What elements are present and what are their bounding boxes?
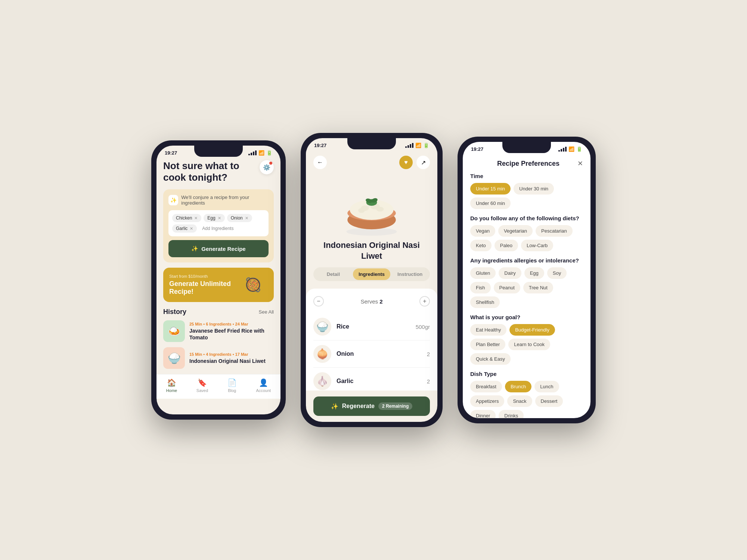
- history-thumb-1: 🍛: [163, 320, 185, 342]
- generate-recipe-button[interactable]: ✨ Generate Recipe: [168, 240, 269, 257]
- chip-pescatarian[interactable]: Pescatarian: [536, 225, 573, 237]
- notification-dot: [269, 162, 272, 165]
- ingredient-tag-chicken[interactable]: Chicken ✕: [172, 214, 201, 222]
- chip-paleo[interactable]: Paleo: [495, 240, 518, 251]
- close-button[interactable]: ✕: [577, 159, 583, 168]
- ingredient-tag-egg[interactable]: Egg ✕: [204, 214, 224, 222]
- notch-3: [502, 142, 551, 153]
- time-2: 19:27: [314, 143, 326, 148]
- chip-snack[interactable]: Snack: [507, 395, 532, 407]
- ingredients-area[interactable]: Chicken ✕ Egg ✕ Onion ✕ Garlic: [168, 210, 269, 236]
- ingredient-tag-garlic[interactable]: Garlic ✕: [172, 224, 197, 233]
- phone-recipe: 19:27 📶 🔋 ← ♥: [301, 133, 443, 427]
- chip-appetizers[interactable]: Appetizers: [470, 395, 504, 407]
- chip-breakfast[interactable]: Breakfast: [470, 381, 502, 392]
- chip-dairy[interactable]: Dairy: [499, 267, 521, 279]
- chip-brunch[interactable]: Brunch: [505, 381, 531, 392]
- chip-soy[interactable]: Soy: [547, 267, 567, 279]
- promo-card[interactable]: Start from $10/month Generate Unlimited …: [163, 268, 274, 302]
- chip-vegetarian[interactable]: Vegetarian: [498, 225, 533, 237]
- share-button[interactable]: ↗: [416, 156, 430, 169]
- chip-lunch[interactable]: Lunch: [534, 381, 559, 392]
- chip-gluten[interactable]: Gluten: [470, 267, 496, 279]
- chip-learn-cook[interactable]: Learn to Cook: [508, 339, 550, 350]
- history-item-1[interactable]: 🍛 25 Min • 6 Ingredients • 24 Mar Javane…: [163, 320, 274, 342]
- allergies-section: Any ingredients allergies or intolerance…: [470, 257, 583, 308]
- heart-icon: ♥: [404, 159, 408, 166]
- chip-under-15[interactable]: Under 15 min: [470, 183, 511, 195]
- time-section: Time Under 15 min Under 30 min Under 60 …: [470, 173, 583, 209]
- tab-detail[interactable]: Detail: [314, 268, 352, 280]
- history-thumb-2: 🍚: [163, 347, 185, 369]
- phone-filter: 19:27 📶 🔋 Recipe Preferences ✕: [458, 137, 596, 423]
- decrease-serves[interactable]: −: [313, 296, 324, 307]
- promo-text: Start from $10/month Generate Unlimited …: [169, 274, 238, 296]
- serves-label: Serves 2: [360, 298, 382, 305]
- tab-instruction[interactable]: Instruction: [391, 268, 429, 280]
- time: 19:27: [165, 150, 177, 156]
- ingredient-garlic: 🧄 Garlic 2: [313, 368, 430, 391]
- time-3: 19:27: [471, 146, 483, 152]
- filter-icon: ⚙️: [263, 164, 270, 171]
- chip-vegan[interactable]: Vegan: [470, 225, 495, 237]
- chip-under-30[interactable]: Under 30 min: [514, 183, 554, 195]
- back-button[interactable]: ←: [313, 156, 327, 169]
- chip-dessert[interactable]: Dessert: [535, 395, 563, 407]
- chip-egg[interactable]: Egg: [524, 267, 544, 279]
- home-header: Not sure what to cook tonight? ⚙️: [163, 160, 274, 183]
- chip-eat-healthy[interactable]: Eat Healthy: [470, 324, 506, 336]
- chip-fish[interactable]: Fish: [470, 282, 491, 293]
- dish-type-section: Dish Type Breakfast Brunch Lunch Appetiz…: [470, 371, 583, 418]
- chip-plan-better[interactable]: Plan Better: [470, 339, 505, 350]
- nav-home[interactable]: 🏠 Home: [166, 378, 177, 393]
- chip-budget-friendly[interactable]: Budget-Friendly: [509, 324, 555, 336]
- goals-label: What is your goal?: [470, 314, 583, 320]
- add-ingredients-button[interactable]: Add Ingredients: [199, 224, 236, 233]
- serves-row: − Serves 2 +: [313, 296, 430, 307]
- tab-ingredients[interactable]: Ingredients: [353, 268, 391, 280]
- recipe-hero: ← ♥ ↗: [306, 150, 437, 289]
- ingredient-name-rice: Rice: [337, 323, 410, 330]
- garlic-icon: 🧄: [313, 372, 331, 390]
- history-info-1: 25 Min • 6 Ingredients • 24 Mar Javanese…: [189, 322, 274, 341]
- chip-quick-easy[interactable]: Quick & Easy: [470, 353, 511, 365]
- signal-icon: [248, 150, 257, 155]
- remove-garlic[interactable]: ✕: [190, 226, 193, 231]
- signal-icon-3: [558, 147, 567, 152]
- remove-chicken[interactable]: ✕: [194, 216, 198, 221]
- saved-icon: 🔖: [198, 378, 207, 387]
- chip-dinner[interactable]: Dinner: [470, 410, 496, 418]
- nav-account[interactable]: 👤 Account: [256, 378, 271, 393]
- regenerate-button[interactable]: ✨ Regenerate 2 Remaining: [313, 396, 430, 416]
- dish-type-label: Dish Type: [470, 371, 583, 377]
- notch: [194, 146, 243, 157]
- wifi-icon: 📶: [258, 150, 264, 156]
- remove-onion[interactable]: ✕: [245, 216, 248, 221]
- history-item-2[interactable]: 🍚 15 Min • 4 Ingredients • 17 Mar Indone…: [163, 347, 274, 369]
- nav-blog[interactable]: 📄 Blog: [227, 378, 237, 393]
- home-icon: 🏠: [167, 378, 176, 387]
- remove-egg[interactable]: ✕: [218, 216, 221, 221]
- chip-peanut[interactable]: Peanut: [494, 282, 520, 293]
- notch-2: [347, 138, 396, 149]
- filter-title: Recipe Preferences: [479, 160, 577, 168]
- chip-keto[interactable]: Keto: [470, 240, 492, 251]
- chip-under-60[interactable]: Under 60 min: [470, 197, 511, 209]
- ingredients-panel: − Serves 2 + 🍚 Rice 500gr 🧅 Onion 2 🧄 Ga…: [306, 289, 437, 391]
- wifi-icon-2: 📶: [415, 143, 421, 148]
- ingredient-tag-onion[interactable]: Onion ✕: [227, 214, 252, 222]
- see-all-button[interactable]: See All: [259, 309, 274, 315]
- nav-saved[interactable]: 🔖 Saved: [196, 378, 208, 393]
- time-label: Time: [470, 173, 583, 179]
- chip-low-carb[interactable]: Low-Carb: [521, 240, 553, 251]
- chip-drinks[interactable]: Drinks: [499, 410, 524, 418]
- increase-serves[interactable]: +: [419, 296, 430, 307]
- chip-tree-nut[interactable]: Tree Nut: [523, 282, 553, 293]
- filter-screen: Recipe Preferences ✕ Time Under 15 min U…: [463, 153, 591, 418]
- chip-shellfish[interactable]: Shellfish: [470, 296, 500, 308]
- filter-button[interactable]: ⚙️: [260, 160, 274, 174]
- status-icons-3: 📶 🔋: [558, 146, 582, 152]
- favorite-button[interactable]: ♥: [399, 156, 413, 169]
- wifi-icon-3: 📶: [568, 146, 574, 152]
- recipe-title: Indonesian Original Nasi Liwet: [313, 240, 430, 261]
